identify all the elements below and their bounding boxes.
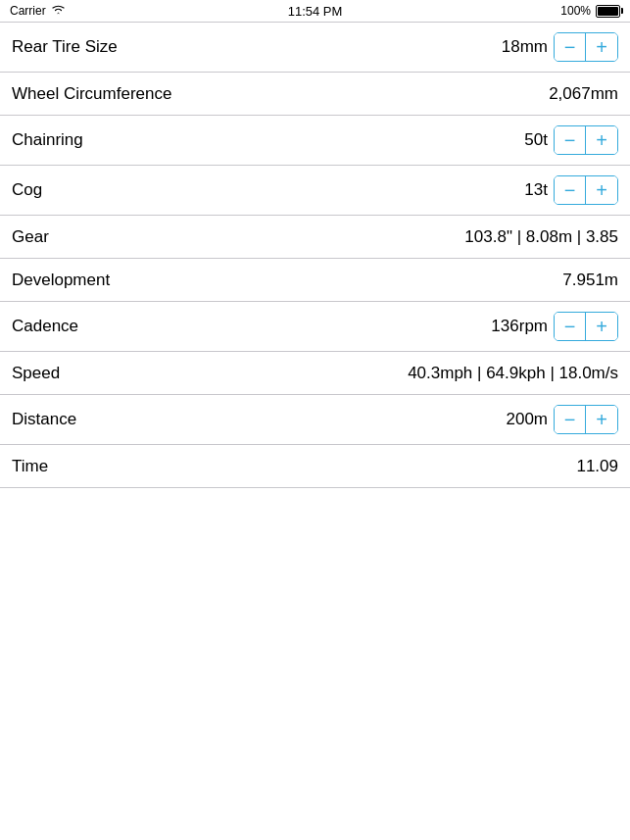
battery-icon xyxy=(596,5,620,18)
row-speed: Speed40.3mph | 64.9kph | 18.0m/s xyxy=(0,352,630,395)
row-rear-tire-size: Rear Tire Size18mm−+ xyxy=(0,23,630,73)
stepper-minus-distance[interactable]: − xyxy=(555,406,586,433)
value-gear: 103.8" | 8.08m | 3.85 xyxy=(464,227,618,247)
right-chainring: 50t−+ xyxy=(524,125,618,155)
right-cog: 13t−+ xyxy=(524,175,618,205)
right-cadence: 136rpm−+ xyxy=(491,312,618,341)
row-time: Time11.09 xyxy=(0,445,630,488)
stepper-cog: −+ xyxy=(554,175,618,205)
row-cog: Cog13t−+ xyxy=(0,166,630,216)
stepper-cadence: −+ xyxy=(554,312,618,341)
label-rear-tire-size: Rear Tire Size xyxy=(12,37,118,57)
value-distance: 200m xyxy=(506,410,548,429)
stepper-rear-tire-size: −+ xyxy=(554,32,618,62)
stepper-minus-cadence[interactable]: − xyxy=(555,313,586,340)
stepper-plus-chainring[interactable]: + xyxy=(586,126,617,154)
right-time: 11.09 xyxy=(576,457,618,476)
value-rear-tire-size: 18mm xyxy=(502,37,548,57)
label-cadence: Cadence xyxy=(12,317,78,336)
carrier-label: Carrier xyxy=(10,4,46,18)
stepper-minus-chainring[interactable]: − xyxy=(555,126,586,154)
stepper-plus-cadence[interactable]: + xyxy=(586,313,617,340)
right-rear-tire-size: 18mm−+ xyxy=(502,32,618,62)
value-development: 7.951m xyxy=(562,271,618,290)
status-time: 11:54 PM xyxy=(288,4,343,19)
label-cog: Cog xyxy=(12,180,42,200)
value-time: 11.09 xyxy=(576,457,618,476)
rows-container: Rear Tire Size18mm−+Wheel Circumference2… xyxy=(0,23,630,488)
value-speed: 40.3mph | 64.9kph | 18.0m/s xyxy=(408,364,618,383)
stepper-distance: −+ xyxy=(554,405,618,434)
battery-percent: 100% xyxy=(560,4,591,18)
row-development: Development7.951m xyxy=(0,259,630,302)
row-chainring: Chainring50t−+ xyxy=(0,116,630,166)
value-chainring: 50t xyxy=(524,130,548,150)
stepper-plus-distance[interactable]: + xyxy=(586,406,617,433)
right-gear: 103.8" | 8.08m | 3.85 xyxy=(464,227,618,247)
label-wheel-circumference: Wheel Circumference xyxy=(12,84,171,104)
status-right: 100% xyxy=(560,4,620,18)
stepper-minus-rear-tire-size[interactable]: − xyxy=(555,33,586,61)
label-chainring: Chainring xyxy=(12,130,83,150)
stepper-plus-rear-tire-size[interactable]: + xyxy=(586,33,617,61)
wifi-icon xyxy=(51,4,66,18)
right-speed: 40.3mph | 64.9kph | 18.0m/s xyxy=(408,364,618,383)
label-speed: Speed xyxy=(12,364,60,383)
stepper-chainring: −+ xyxy=(554,125,618,155)
row-distance: Distance200m−+ xyxy=(0,395,630,445)
value-cadence: 136rpm xyxy=(491,317,548,336)
value-cog: 13t xyxy=(524,180,548,200)
stepper-minus-cog[interactable]: − xyxy=(555,176,586,204)
right-distance: 200m−+ xyxy=(506,405,618,434)
row-gear: Gear103.8" | 8.08m | 3.85 xyxy=(0,216,630,259)
row-cadence: Cadence136rpm−+ xyxy=(0,302,630,352)
right-wheel-circumference: 2,067mm xyxy=(549,84,618,104)
status-left: Carrier xyxy=(10,4,66,18)
stepper-plus-cog[interactable]: + xyxy=(586,176,617,204)
label-time: Time xyxy=(12,457,48,476)
label-gear: Gear xyxy=(12,227,49,247)
value-wheel-circumference: 2,067mm xyxy=(549,84,618,104)
status-bar: Carrier 11:54 PM 100% xyxy=(0,0,630,22)
right-development: 7.951m xyxy=(562,271,618,290)
row-wheel-circumference: Wheel Circumference2,067mm xyxy=(0,73,630,116)
label-development: Development xyxy=(12,271,110,290)
label-distance: Distance xyxy=(12,410,76,429)
